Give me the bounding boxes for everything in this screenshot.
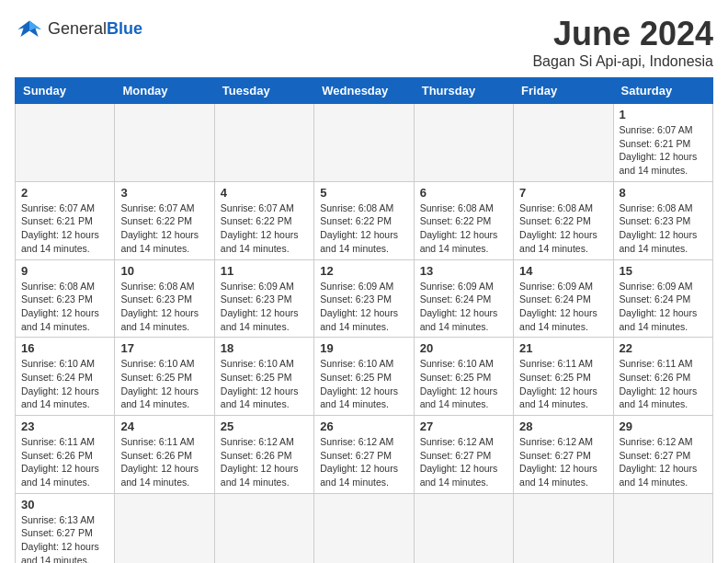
day-number: 22	[620, 341, 707, 355]
day-info: Sunrise: 6:08 AM Sunset: 6:22 PM Dayligh…	[320, 201, 407, 256]
day-number: 11	[221, 264, 308, 278]
day-info: Sunrise: 6:11 AM Sunset: 6:26 PM Dayligh…	[620, 357, 707, 411]
day-cell: 21Sunrise: 6:11 AM Sunset: 6:25 PM Dayli…	[514, 338, 613, 416]
day-info: Sunrise: 6:12 AM Sunset: 6:26 PM Dayligh…	[221, 435, 308, 489]
day-cell: 28Sunrise: 6:12 AM Sunset: 6:27 PM Dayli…	[514, 416, 613, 494]
day-cell: 27Sunrise: 6:12 AM Sunset: 6:27 PM Dayli…	[414, 416, 513, 494]
col-header-monday: Monday	[115, 78, 214, 104]
day-number: 8	[620, 186, 707, 200]
day-cell: 20Sunrise: 6:10 AM Sunset: 6:25 PM Dayli…	[414, 338, 513, 416]
day-info: Sunrise: 6:07 AM Sunset: 6:22 PM Dayligh…	[120, 201, 208, 256]
day-info: Sunrise: 6:12 AM Sunset: 6:27 PM Dayligh…	[519, 435, 607, 489]
day-info: Sunrise: 6:09 AM Sunset: 6:23 PM Dayligh…	[320, 280, 407, 334]
day-cell: 3Sunrise: 6:07 AM Sunset: 6:22 PM Daylig…	[115, 181, 214, 259]
day-cell: 11Sunrise: 6:09 AM Sunset: 6:23 PM Dayli…	[214, 259, 313, 338]
day-info: Sunrise: 6:12 AM Sunset: 6:27 PM Dayligh…	[320, 435, 407, 489]
calendar-table: SundayMondayTuesdayWednesdayThursdayFrid…	[15, 77, 713, 563]
logo: GeneralBlue	[15, 15, 142, 44]
day-cell: 13Sunrise: 6:09 AM Sunset: 6:24 PM Dayli…	[414, 259, 513, 338]
col-header-tuesday: Tuesday	[214, 78, 313, 104]
day-cell: 25Sunrise: 6:12 AM Sunset: 6:26 PM Dayli…	[214, 416, 313, 494]
day-number: 18	[221, 341, 308, 355]
day-cell	[613, 493, 712, 563]
day-number: 16	[21, 341, 108, 355]
day-info: Sunrise: 6:07 AM Sunset: 6:22 PM Dayligh…	[221, 201, 308, 256]
day-info: Sunrise: 6:07 AM Sunset: 6:21 PM Dayligh…	[620, 123, 707, 178]
day-info: Sunrise: 6:13 AM Sunset: 6:27 PM Dayligh…	[21, 513, 108, 563]
day-info: Sunrise: 6:08 AM Sunset: 6:23 PM Dayligh…	[120, 280, 208, 334]
day-cell	[414, 493, 513, 563]
day-info: Sunrise: 6:11 AM Sunset: 6:26 PM Dayligh…	[120, 435, 208, 489]
title-section: June 2024 Bagan Si Api-api, Indonesia	[532, 15, 713, 70]
week-row-6: 30Sunrise: 6:13 AM Sunset: 6:27 PM Dayli…	[16, 493, 713, 563]
logo-text: GeneralBlue	[48, 20, 142, 39]
day-number: 17	[120, 341, 208, 355]
day-number: 26	[320, 419, 407, 433]
day-info: Sunrise: 6:09 AM Sunset: 6:24 PM Dayligh…	[420, 280, 507, 334]
week-row-5: 23Sunrise: 6:11 AM Sunset: 6:26 PM Dayli…	[16, 416, 713, 494]
col-header-friday: Friday	[514, 78, 613, 104]
day-number: 30	[21, 498, 108, 511]
day-cell: 4Sunrise: 6:07 AM Sunset: 6:22 PM Daylig…	[214, 181, 313, 259]
day-cell: 6Sunrise: 6:08 AM Sunset: 6:22 PM Daylig…	[414, 181, 513, 259]
day-cell: 16Sunrise: 6:10 AM Sunset: 6:24 PM Dayli…	[16, 338, 115, 416]
day-cell: 30Sunrise: 6:13 AM Sunset: 6:27 PM Dayli…	[16, 493, 115, 563]
day-cell: 8Sunrise: 6:08 AM Sunset: 6:23 PM Daylig…	[613, 181, 712, 259]
header-row: SundayMondayTuesdayWednesdayThursdayFrid…	[16, 78, 713, 104]
day-number: 3	[120, 186, 208, 200]
day-info: Sunrise: 6:08 AM Sunset: 6:23 PM Dayligh…	[620, 201, 707, 256]
day-info: Sunrise: 6:11 AM Sunset: 6:25 PM Dayligh…	[519, 357, 607, 411]
day-cell: 12Sunrise: 6:09 AM Sunset: 6:23 PM Dayli…	[314, 259, 414, 338]
day-cell	[214, 104, 313, 182]
col-header-thursday: Thursday	[414, 78, 513, 104]
day-cell: 24Sunrise: 6:11 AM Sunset: 6:26 PM Dayli…	[115, 416, 214, 494]
day-number: 19	[320, 341, 407, 355]
day-number: 9	[21, 264, 108, 278]
day-info: Sunrise: 6:10 AM Sunset: 6:25 PM Dayligh…	[320, 357, 407, 411]
day-cell: 22Sunrise: 6:11 AM Sunset: 6:26 PM Dayli…	[613, 338, 712, 416]
day-cell: 9Sunrise: 6:08 AM Sunset: 6:23 PM Daylig…	[16, 259, 115, 338]
calendar-title: June 2024	[532, 15, 713, 53]
day-info: Sunrise: 6:10 AM Sunset: 6:24 PM Dayligh…	[21, 357, 108, 411]
week-row-4: 16Sunrise: 6:10 AM Sunset: 6:24 PM Dayli…	[16, 338, 713, 416]
day-number: 2	[21, 186, 108, 200]
day-number: 27	[420, 419, 507, 433]
day-info: Sunrise: 6:09 AM Sunset: 6:24 PM Dayligh…	[519, 280, 607, 334]
page-container: GeneralBlue June 2024 Bagan Si Api-api, …	[15, 15, 713, 563]
day-number: 29	[620, 419, 707, 433]
day-cell: 15Sunrise: 6:09 AM Sunset: 6:24 PM Dayli…	[613, 259, 712, 338]
day-cell	[514, 104, 613, 182]
day-number: 14	[519, 264, 607, 278]
week-row-3: 9Sunrise: 6:08 AM Sunset: 6:23 PM Daylig…	[16, 259, 713, 338]
day-cell: 10Sunrise: 6:08 AM Sunset: 6:23 PM Dayli…	[115, 259, 214, 338]
day-number: 12	[320, 264, 407, 278]
day-cell	[314, 493, 414, 563]
day-number: 1	[620, 108, 707, 121]
calendar-subtitle: Bagan Si Api-api, Indonesia	[532, 53, 713, 70]
day-cell: 19Sunrise: 6:10 AM Sunset: 6:25 PM Dayli…	[314, 338, 414, 416]
day-cell	[115, 493, 214, 563]
col-header-saturday: Saturday	[613, 78, 712, 104]
day-cell	[514, 493, 613, 563]
logo-icon	[15, 15, 44, 44]
day-number: 13	[420, 264, 507, 278]
day-info: Sunrise: 6:10 AM Sunset: 6:25 PM Dayligh…	[221, 357, 308, 411]
day-cell	[115, 104, 214, 182]
day-cell: 14Sunrise: 6:09 AM Sunset: 6:24 PM Dayli…	[514, 259, 613, 338]
day-number: 23	[21, 419, 108, 433]
day-info: Sunrise: 6:11 AM Sunset: 6:26 PM Dayligh…	[21, 435, 108, 489]
day-number: 15	[620, 264, 707, 278]
day-info: Sunrise: 6:08 AM Sunset: 6:22 PM Dayligh…	[420, 201, 507, 256]
day-number: 24	[120, 419, 208, 433]
day-info: Sunrise: 6:12 AM Sunset: 6:27 PM Dayligh…	[620, 435, 707, 489]
week-row-1: 1Sunrise: 6:07 AM Sunset: 6:21 PM Daylig…	[16, 104, 713, 182]
day-number: 20	[420, 341, 507, 355]
day-info: Sunrise: 6:08 AM Sunset: 6:23 PM Dayligh…	[21, 280, 108, 334]
week-row-2: 2Sunrise: 6:07 AM Sunset: 6:21 PM Daylig…	[16, 181, 713, 259]
day-info: Sunrise: 6:10 AM Sunset: 6:25 PM Dayligh…	[420, 357, 507, 411]
day-cell: 2Sunrise: 6:07 AM Sunset: 6:21 PM Daylig…	[16, 181, 115, 259]
day-number: 25	[221, 419, 308, 433]
day-number: 10	[120, 264, 208, 278]
day-cell: 23Sunrise: 6:11 AM Sunset: 6:26 PM Dayli…	[16, 416, 115, 494]
day-info: Sunrise: 6:07 AM Sunset: 6:21 PM Dayligh…	[21, 201, 108, 256]
